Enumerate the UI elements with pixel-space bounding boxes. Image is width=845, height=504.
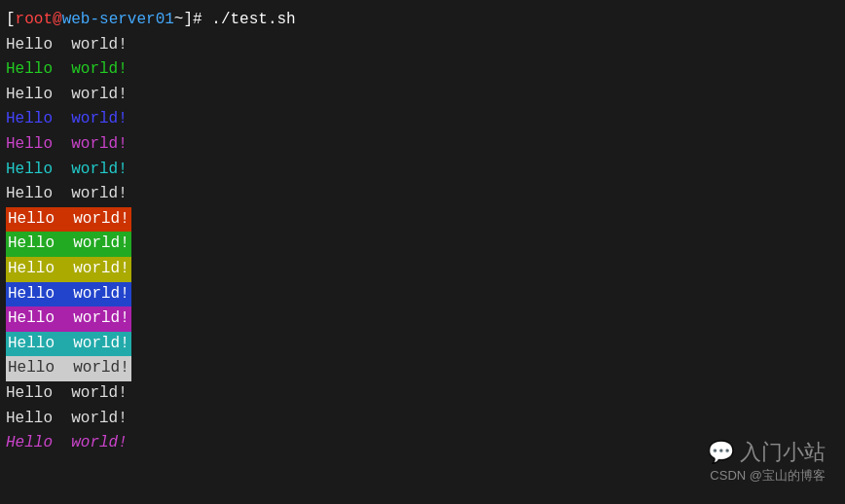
output-line-11: Hello world! — [6, 282, 839, 307]
output-line-15: Hello world! — [6, 381, 839, 407]
hello-world-17: Hello world! — [6, 434, 128, 451]
watermark-subtitle: CSDN @宝山的博客 — [708, 467, 826, 485]
output-line-4: Hello world! — [6, 107, 839, 132]
hello-world-13: Hello world! — [6, 332, 131, 357]
output-line-13: Hello world! — [6, 332, 839, 357]
output-line-10: Hello world! — [6, 257, 839, 282]
hello-world-12: Hello world! — [6, 306, 131, 332]
bracket-open: [ — [6, 11, 16, 28]
hello-world-16: Hello world! — [6, 410, 128, 427]
hello-world-4: Hello world! — [6, 110, 128, 127]
prompt-hash: # — [193, 11, 202, 28]
output-line-14: Hello world! — [6, 356, 839, 381]
output-line-6: Hello world! — [6, 158, 839, 183]
hello-world-5: Hello world! — [6, 135, 128, 153]
hello-world-14: Hello world! — [6, 356, 131, 381]
hello-world-10: Hello world! — [6, 257, 131, 282]
prompt-tilde: ~ — [174, 11, 184, 28]
output-line-12: Hello world! — [6, 306, 839, 332]
watermark-icon: 💬 入门小站 — [708, 438, 826, 467]
hello-world-6: Hello world! — [6, 161, 128, 178]
output-line-3: Hello world! — [6, 83, 839, 108]
output-line-16: Hello world! — [6, 407, 839, 432]
command-text: ./test.sh — [202, 11, 296, 28]
prompt-line: [root@web-server01~]# ./test.sh — [6, 8, 839, 33]
hello-world-3: Hello world! — [6, 86, 128, 103]
hello-world-15: Hello world! — [6, 384, 128, 402]
output-line-7: Hello world! — [6, 182, 839, 207]
output-line-1: Hello world! — [6, 33, 839, 58]
prompt-user: root — [16, 11, 53, 28]
terminal-window: [root@web-server01~]# ./test.sh Hello wo… — [0, 0, 845, 504]
watermark: 💬 入门小站 CSDN @宝山的博客 — [708, 438, 826, 485]
hello-world-8: Hello world! — [6, 207, 131, 233]
output-line-8: Hello world! — [6, 207, 839, 233]
hello-world-11: Hello world! — [6, 282, 131, 307]
output-line-2: Hello world! — [6, 57, 839, 83]
prompt-at: @ — [53, 11, 62, 28]
output-line-5: Hello world! — [6, 132, 839, 158]
output-line-9: Hello world! — [6, 232, 839, 257]
watermark-title: 入门小站 — [740, 440, 826, 464]
prompt-host: web-server01 — [62, 11, 174, 28]
hello-world-1: Hello world! — [6, 36, 128, 54]
bracket-close: ] — [183, 11, 193, 28]
hello-world-9: Hello world! — [6, 232, 131, 257]
hello-world-7: Hello world! — [6, 185, 128, 202]
hello-world-2: Hello world! — [6, 60, 128, 78]
